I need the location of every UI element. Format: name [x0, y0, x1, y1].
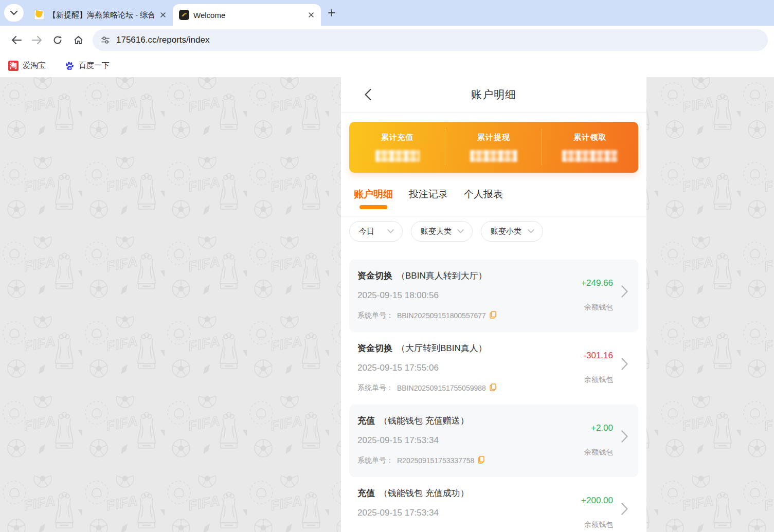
filter-category-dropdown[interactable]: 账变大类	[411, 221, 473, 242]
transaction-title: 充值（钱能钱包 充值赠送）	[357, 415, 469, 427]
stat-total-claimed: 累计领取	[542, 122, 638, 173]
transaction-detail: （大厅转到BBIN真人）	[397, 343, 487, 353]
transaction-datetime: 2025-09-15 17:53:34	[357, 435, 439, 446]
transaction-card[interactable]: 充值（钱能钱包 充值成功） 2025-09-15 17:53:34 +200.0…	[349, 477, 638, 532]
chevron-right-icon[interactable]	[621, 285, 628, 300]
url-text: 175616.cc/reports/index	[116, 35, 209, 45]
summary-card: 累计充值 累计提现 累计领取	[349, 122, 638, 173]
transaction-detail: （钱能钱包 充值成功）	[379, 488, 469, 498]
bookmarks-bar: 淘 爱淘宝 du 百度一下	[0, 54, 774, 77]
transaction-datetime: 2025-09-15 17:53:34	[357, 508, 439, 518]
blurred-value	[562, 150, 618, 162]
chevron-right-icon[interactable]	[621, 430, 628, 445]
copy-icon[interactable]	[478, 456, 484, 465]
bookmark-label: 爱淘宝	[23, 61, 46, 70]
transaction-amount: +249.66	[581, 278, 613, 288]
blurred-value	[470, 150, 517, 162]
transaction-wallet: 余额钱包	[584, 303, 613, 312]
back-nav-button[interactable]	[356, 77, 379, 112]
tab-personal-report[interactable]: 个人报表	[464, 188, 503, 212]
transaction-wallet: 余额钱包	[584, 520, 613, 529]
close-tab-icon[interactable]	[307, 10, 316, 20]
transaction-type: 资金切换	[357, 271, 392, 281]
transaction-card[interactable]: 资金切换（大厅转到BBIN真人） 2025-09-15 17:55:06 系统单…	[349, 332, 638, 405]
filter-label: 账变小类	[491, 227, 521, 236]
transaction-type: 充值	[357, 416, 375, 426]
section-tabs: 账户明细 投注记录 个人报表	[341, 173, 646, 216]
copy-icon[interactable]	[490, 383, 496, 393]
chevron-right-icon[interactable]	[621, 503, 628, 517]
tab-account-detail[interactable]: 账户明细	[354, 188, 393, 212]
tab-title: Welcome	[193, 11, 302, 20]
close-tab-icon[interactable]	[158, 10, 168, 20]
panel-header: 账户明细	[341, 77, 646, 113]
new-tab-button[interactable]	[324, 5, 339, 21]
transaction-detail: （BBIN真人转到大厅）	[397, 271, 487, 281]
reload-icon	[53, 35, 62, 45]
page-title: 账户明细	[471, 87, 516, 102]
tab-bet-records[interactable]: 投注记录	[409, 188, 448, 212]
transaction-type: 充值	[357, 488, 375, 498]
bookmark-aitaobao[interactable]: 淘 爱淘宝	[8, 61, 46, 71]
transaction-amount: -301.16	[583, 351, 613, 361]
baidu-paw-icon: du	[64, 61, 75, 71]
reload-button[interactable]	[47, 30, 68, 50]
blurred-value	[375, 150, 420, 162]
filter-date-dropdown[interactable]: 今日	[349, 221, 403, 242]
transaction-order-row: 系统单号：R202509151753337758	[357, 456, 484, 465]
transaction-title: 资金切换（大厅转到BBIN真人）	[357, 342, 487, 354]
order-label: 系统单号：	[357, 383, 393, 393]
filter-label: 今日	[359, 227, 374, 236]
order-label: 系统单号：	[357, 456, 393, 465]
bookmark-label: 百度一下	[79, 61, 110, 70]
transaction-wallet: 余额钱包	[584, 375, 613, 384]
svg-text:du: du	[68, 67, 71, 69]
tab-strip: 【新提醒】海燕策略论坛 - 综合 Welcome	[0, 0, 774, 26]
transaction-wallet: 余额钱包	[584, 448, 613, 457]
bookmark-baidu[interactable]: du 百度一下	[64, 61, 110, 71]
order-number: BBIN202509151755059988	[397, 384, 486, 392]
transaction-card[interactable]: 充值（钱能钱包 充值赠送） 2025-09-15 17:53:34 系统单号：R…	[349, 405, 638, 477]
transaction-detail: （钱能钱包 充值赠送）	[379, 416, 469, 426]
tab-welcome[interactable]: Welcome	[173, 4, 321, 26]
yellow-mail-icon	[34, 10, 44, 20]
chevron-right-icon[interactable]	[621, 358, 628, 372]
home-button[interactable]	[68, 30, 88, 50]
forward-arrow-icon	[32, 36, 42, 44]
copy-icon[interactable]	[490, 311, 496, 320]
chevron-left-icon	[365, 89, 371, 100]
plus-icon	[328, 9, 335, 16]
back-arrow-icon	[11, 36, 22, 44]
chevron-down-icon	[457, 229, 464, 233]
back-button[interactable]	[6, 30, 27, 50]
chevron-down-icon	[528, 229, 534, 233]
order-label: 系统单号：	[357, 311, 393, 320]
stat-total-deposit: 累计充值	[349, 122, 445, 173]
filter-subcategory-dropdown[interactable]: 账变小类	[481, 221, 543, 242]
site-settings-icon	[101, 35, 110, 45]
summary-section: 累计充值 累计提现 累计领取	[341, 113, 646, 173]
transaction-amount: +200.00	[581, 496, 613, 506]
tab-title: 【新提醒】海燕策略论坛 - 综合	[48, 10, 154, 20]
tab-forum[interactable]: 【新提醒】海燕策略论坛 - 综合	[28, 4, 173, 26]
tab-search-button[interactable]	[4, 4, 24, 22]
address-bar[interactable]: 175616.cc/reports/index	[93, 29, 768, 51]
stat-label: 累计充值	[349, 133, 445, 142]
transaction-type: 资金切换	[357, 343, 392, 353]
transaction-datetime: 2025-09-15 17:55:06	[357, 363, 439, 373]
taobao-icon: 淘	[8, 61, 19, 71]
browser-window: 【新提醒】海燕策略论坛 - 综合 Welcome	[0, 0, 774, 532]
transaction-list: 资金切换（BBIN真人转到大厅） 2025-09-15 18:00:56 系统单…	[341, 247, 646, 532]
page-content: FIFA 账户明细	[0, 77, 774, 532]
account-detail-panel: 账户明细 累计充值 累计提现 累计领取	[341, 77, 646, 532]
chevron-down-icon	[10, 11, 17, 15]
browser-toolbar: 175616.cc/reports/index	[0, 26, 774, 54]
transaction-title: 充值（钱能钱包 充值成功）	[357, 487, 469, 499]
stat-label: 累计提现	[445, 133, 542, 142]
forward-button[interactable]	[27, 30, 47, 50]
chevron-down-icon	[387, 229, 394, 233]
order-number: BBIN202509151800557677	[397, 311, 486, 320]
transaction-card[interactable]: 资金切换（BBIN真人转到大厅） 2025-09-15 18:00:56 系统单…	[349, 260, 638, 332]
filter-row: 今日 账变大类 账变小类	[341, 216, 646, 247]
transaction-title: 资金切换（BBIN真人转到大厅）	[357, 270, 487, 282]
